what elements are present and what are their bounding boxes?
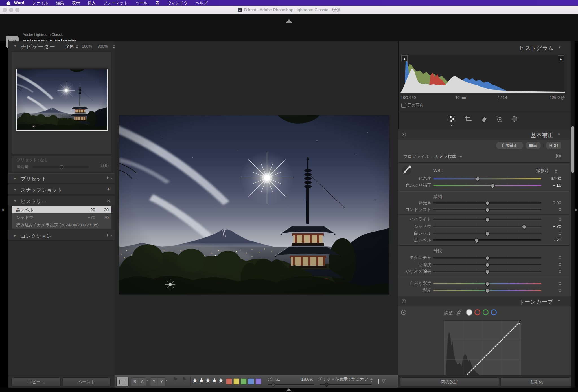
shadows-slider[interactable] bbox=[434, 226, 541, 227]
star-rating-2[interactable]: ★ bbox=[198, 376, 205, 384]
color-label-green[interactable] bbox=[241, 378, 247, 384]
targeted-adjustment-icon[interactable] bbox=[401, 310, 406, 315]
parametric-curve-icon[interactable] bbox=[456, 309, 463, 316]
hdr-button[interactable]: HDR bbox=[546, 142, 561, 149]
menu-file[interactable]: ファイル bbox=[28, 0, 52, 6]
disclosure-triangle-icon[interactable]: ▼ bbox=[558, 45, 561, 49]
panel-toggle-icon[interactable] bbox=[402, 299, 406, 303]
slider-thumb[interactable] bbox=[485, 269, 490, 274]
close-window-button[interactable] bbox=[3, 8, 7, 12]
red-channel-icon[interactable] bbox=[474, 309, 480, 315]
navigator-header[interactable]: ▼ ナビゲーター 全体 100% 300% bbox=[8, 41, 115, 51]
grid-opacity-thumb[interactable] bbox=[324, 382, 329, 387]
wb-updown-icon[interactable] bbox=[555, 169, 557, 173]
saturation-slider[interactable] bbox=[434, 290, 541, 291]
star-rating-4[interactable]: ★ bbox=[211, 376, 218, 384]
blacks-slider[interactable] bbox=[434, 239, 541, 241]
copy-button[interactable]: コピー... bbox=[11, 377, 60, 386]
menu-table[interactable]: 表 bbox=[152, 0, 163, 6]
grid-overlay-label[interactable]: グリッドを表示 : 常にオフ bbox=[318, 377, 368, 382]
crop-tool-icon[interactable] bbox=[465, 115, 472, 123]
temp-slider[interactable] bbox=[434, 178, 541, 179]
navigator-thumbnail[interactable] bbox=[16, 69, 108, 131]
slider-thumb[interactable] bbox=[485, 262, 490, 268]
menu-window[interactable]: ウィンドウ bbox=[163, 0, 192, 6]
star-rating-3[interactable]: ★ bbox=[205, 376, 212, 384]
healing-tool-icon[interactable] bbox=[481, 115, 488, 123]
profile-browser-icon[interactable] bbox=[556, 153, 561, 158]
star-rating-5[interactable]: ★ bbox=[218, 376, 225, 384]
menu-tools[interactable]: ツール bbox=[132, 0, 152, 6]
paste-button[interactable]: ペースト bbox=[62, 377, 111, 386]
right-scrollbar-thumb[interactable] bbox=[571, 126, 574, 173]
right-panel-collapse-arrow[interactable]: ▶ bbox=[575, 207, 578, 212]
slider-thumb[interactable] bbox=[485, 207, 490, 213]
tint-slider[interactable] bbox=[434, 185, 541, 186]
amount-slider[interactable] bbox=[32, 166, 89, 168]
slider-thumb[interactable] bbox=[474, 237, 480, 243]
toolbar-options-icon[interactable]: ▽ bbox=[382, 378, 386, 384]
color-label-red[interactable] bbox=[226, 378, 232, 384]
navigator-fit-updown-icon[interactable] bbox=[76, 45, 78, 49]
beforeafter-view-button[interactable]: Y Y bbox=[150, 377, 165, 386]
beforeafter-caret-icon[interactable]: ▾ bbox=[166, 379, 167, 382]
amount-slider-thumb[interactable] bbox=[59, 164, 64, 169]
menu-help[interactable]: ヘルプ bbox=[192, 0, 212, 6]
dehaze-slider[interactable] bbox=[434, 271, 541, 272]
compare-view-button[interactable]: R A bbox=[131, 377, 146, 386]
tone-curve-graph[interactable] bbox=[444, 320, 521, 376]
menu-view[interactable]: 表示 bbox=[68, 0, 84, 6]
grid-updown-icon[interactable] bbox=[370, 378, 373, 382]
tone-curve-header[interactable]: トーンカーブ ▼ bbox=[398, 296, 571, 307]
zoom-window-button[interactable] bbox=[15, 8, 19, 12]
top-panel-collapse-arrow[interactable] bbox=[286, 19, 292, 23]
profile-value[interactable]: カメラ標準 bbox=[435, 154, 456, 159]
green-channel-icon[interactable] bbox=[483, 309, 489, 315]
slider-thumb[interactable] bbox=[485, 255, 490, 261]
texture-slider[interactable] bbox=[434, 257, 541, 259]
menu-word[interactable]: Word bbox=[10, 0, 28, 6]
panel-toggle-icon[interactable] bbox=[402, 133, 406, 136]
wb-value[interactable]: 撮影時 bbox=[521, 168, 549, 173]
compare-caret-icon[interactable]: ▾ bbox=[146, 379, 148, 382]
slider-thumb[interactable] bbox=[475, 176, 481, 182]
menu-insert[interactable]: 挿入 bbox=[84, 0, 100, 6]
slider-thumb[interactable] bbox=[521, 224, 527, 230]
disclosure-triangle-icon[interactable]: ▼ bbox=[557, 133, 561, 136]
reset-button[interactable]: 初期化 bbox=[501, 377, 572, 386]
slider-thumb[interactable] bbox=[485, 288, 490, 293]
wb-eyedropper-icon[interactable] bbox=[402, 165, 412, 176]
zoom-slider-thumb[interactable] bbox=[271, 382, 276, 387]
zoom-slider[interactable] bbox=[268, 384, 314, 385]
navigator-zoom-300[interactable]: 300% bbox=[98, 44, 108, 49]
basic-panel-header[interactable]: 基本補正 ▼ bbox=[398, 129, 571, 140]
right-scrollbar-track[interactable] bbox=[571, 41, 575, 388]
point-curve-icon[interactable] bbox=[466, 309, 472, 316]
pick-flag-icon[interactable]: ⚑ bbox=[172, 376, 178, 383]
menu-edit[interactable]: 編集 bbox=[52, 0, 68, 6]
blue-channel-icon[interactable] bbox=[491, 309, 497, 315]
slider-thumb[interactable] bbox=[485, 281, 490, 287]
color-label-blue[interactable] bbox=[248, 378, 254, 384]
navigator-zoom-100[interactable]: 100% bbox=[82, 44, 92, 49]
bw-button[interactable]: 白黒 bbox=[526, 142, 541, 149]
previous-button[interactable]: 前の設定 bbox=[400, 377, 499, 386]
vibrance-slider[interactable] bbox=[434, 283, 541, 284]
filmstrip-expand-arrow[interactable] bbox=[286, 388, 292, 391]
navigator-fit[interactable]: 全体 bbox=[66, 44, 74, 49]
star-rating-1[interactable]: ★ bbox=[192, 376, 199, 384]
shadow-clipping-indicator[interactable]: ▲ bbox=[401, 55, 408, 61]
exposure-slider[interactable] bbox=[434, 202, 541, 204]
whites-slider[interactable] bbox=[434, 233, 541, 234]
menu-format[interactable]: フォーマット bbox=[100, 0, 132, 6]
disclosure-triangle-icon[interactable]: ▼ bbox=[14, 44, 17, 47]
masking-tool-icon[interactable] bbox=[511, 115, 518, 123]
clarity-slider[interactable] bbox=[434, 264, 541, 265]
slider-thumb[interactable] bbox=[485, 200, 490, 206]
disclosure-triangle-icon[interactable]: ▼ bbox=[557, 299, 561, 303]
original-photo-checkbox[interactable] bbox=[401, 103, 406, 108]
edit-sliders-icon[interactable] bbox=[448, 115, 456, 123]
profile-updown-icon[interactable] bbox=[459, 155, 462, 159]
minimize-window-button[interactable] bbox=[9, 8, 13, 12]
loupe-view-button[interactable] bbox=[116, 377, 129, 386]
